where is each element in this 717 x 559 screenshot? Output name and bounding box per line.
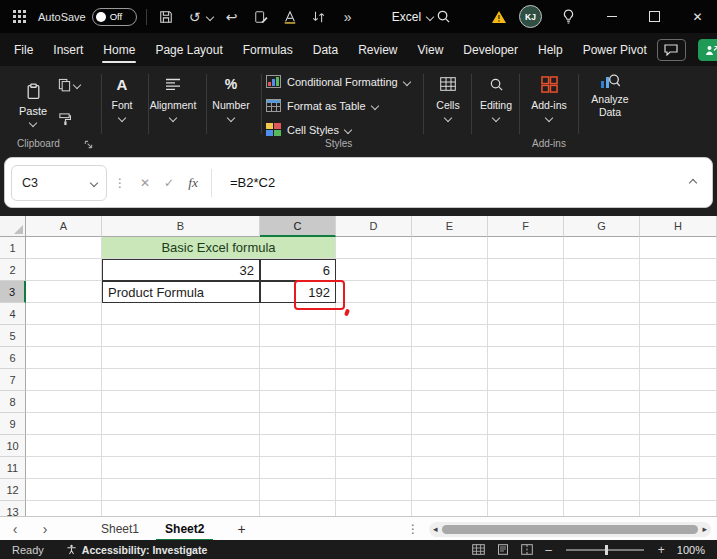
cell-E8[interactable] [412, 391, 488, 413]
cell-F3[interactable] [488, 281, 564, 303]
row-header-12[interactable]: 12 [0, 479, 26, 501]
cell-C3[interactable]: 192 [260, 281, 336, 303]
alignment-group-button[interactable]: Alignment [151, 73, 195, 131]
cell-A7[interactable] [26, 369, 102, 391]
scroll-right-icon[interactable]: ▸ [702, 524, 707, 534]
row-header-10[interactable]: 10 [0, 435, 26, 457]
cell-A10[interactable] [26, 435, 102, 457]
cell-D11[interactable] [336, 457, 412, 479]
cell-B13[interactable] [102, 501, 260, 516]
sheet-tab-sheet1[interactable]: Sheet1 [88, 517, 152, 541]
cell-H13[interactable] [640, 501, 717, 516]
row-header-8[interactable]: 8 [0, 391, 26, 413]
cell-A2[interactable] [26, 259, 102, 281]
next-sheet-button[interactable]: › [30, 521, 60, 537]
cell-H3[interactable] [640, 281, 717, 303]
analyze-data-button[interactable]: Analyze Data [582, 73, 638, 118]
cell-H11[interactable] [640, 457, 717, 479]
column-header-E[interactable]: E [412, 216, 488, 237]
tab-review[interactable]: Review [348, 33, 407, 66]
row-header-5[interactable]: 5 [0, 325, 26, 347]
cell-D12[interactable] [336, 479, 412, 501]
cell-C2[interactable]: 6 [260, 259, 336, 281]
app-title-menu[interactable]: Excel [392, 10, 433, 24]
cell-D1[interactable] [336, 237, 412, 259]
cell-H1[interactable] [640, 237, 717, 259]
cell-E13[interactable] [412, 501, 488, 516]
cell-F12[interactable] [488, 479, 564, 501]
cell-C6[interactable] [260, 347, 336, 369]
name-box[interactable]: C3 [11, 165, 107, 201]
cell-E11[interactable] [412, 457, 488, 479]
minimize-button[interactable] [590, 0, 633, 33]
cell-A1[interactable] [26, 237, 102, 259]
cell-H10[interactable] [640, 435, 717, 457]
cell-F5[interactable] [488, 325, 564, 347]
column-header-F[interactable]: F [488, 216, 564, 237]
cell-C9[interactable] [260, 413, 336, 435]
cell-A8[interactable] [26, 391, 102, 413]
lightbulb-icon[interactable] [558, 7, 578, 27]
cell-H7[interactable] [640, 369, 717, 391]
cell-D8[interactable] [336, 391, 412, 413]
formula-bar-dots-icon[interactable]: ⋮ [114, 176, 126, 190]
cell-F2[interactable] [488, 259, 564, 281]
cell-G6[interactable] [564, 347, 640, 369]
tab-insert[interactable]: Insert [43, 33, 93, 66]
cell-A5[interactable] [26, 325, 102, 347]
cell-G1[interactable] [564, 237, 640, 259]
format-painter-button[interactable] [58, 112, 71, 126]
cell-styles-button[interactable]: Cell Styles [266, 119, 410, 140]
cell-F10[interactable] [488, 435, 564, 457]
cell-H5[interactable] [640, 325, 717, 347]
close-button[interactable]: ✕ [676, 0, 717, 33]
cell-G12[interactable] [564, 479, 640, 501]
cell-B9[interactable] [102, 413, 260, 435]
formula-input[interactable]: =B2*C2 [230, 175, 275, 190]
qat-sort-icon[interactable] [309, 7, 329, 27]
insert-function-button[interactable]: fx [181, 175, 205, 191]
cell-G2[interactable] [564, 259, 640, 281]
warning-icon[interactable] [489, 7, 509, 27]
cells-group-button[interactable]: Cells [426, 73, 470, 131]
comments-button[interactable] [657, 39, 686, 61]
row-header-2[interactable]: 2 [0, 259, 26, 281]
zoom-out-button[interactable]: – [545, 543, 552, 557]
tab-page-layout[interactable]: Page Layout [145, 33, 232, 66]
column-header-H[interactable]: H [640, 216, 717, 237]
cell-D2[interactable] [336, 259, 412, 281]
cell-C13[interactable] [260, 501, 336, 516]
normal-view-button[interactable] [472, 544, 485, 555]
row-header-7[interactable]: 7 [0, 369, 26, 391]
redo-icon[interactable]: ↩ [222, 7, 242, 27]
cell-E6[interactable] [412, 347, 488, 369]
cell-E10[interactable] [412, 435, 488, 457]
new-sheet-button[interactable]: + [237, 521, 245, 537]
cell-B1[interactable]: Basic Excel formula [102, 237, 336, 259]
cell-D4[interactable] [336, 303, 412, 325]
cell-B12[interactable] [102, 479, 260, 501]
cell-A9[interactable] [26, 413, 102, 435]
cell-E4[interactable] [412, 303, 488, 325]
row-header-13[interactable]: 13 [0, 501, 26, 516]
cell-D10[interactable] [336, 435, 412, 457]
cell-D3[interactable] [336, 281, 412, 303]
cell-G11[interactable] [564, 457, 640, 479]
zoom-slider[interactable] [566, 549, 644, 551]
zoom-in-button[interactable]: + [658, 543, 665, 557]
cell-B3[interactable]: Product Formula [102, 281, 260, 303]
maximize-button[interactable] [633, 0, 676, 33]
cell-A12[interactable] [26, 479, 102, 501]
cell-F13[interactable] [488, 501, 564, 516]
column-header-G[interactable]: G [564, 216, 640, 237]
accessibility-status[interactable]: Accessibility: Investigate [66, 544, 207, 556]
cell-B7[interactable] [102, 369, 260, 391]
account-avatar[interactable]: KJ [519, 5, 542, 28]
copy-button[interactable] [58, 78, 80, 92]
cell-A6[interactable] [26, 347, 102, 369]
autosave-toggle[interactable]: AutoSave Off [38, 8, 137, 26]
collapse-formula-bar-icon[interactable] [689, 178, 697, 186]
cell-D9[interactable] [336, 413, 412, 435]
tab-view[interactable]: View [408, 33, 454, 66]
row-header-4[interactable]: 4 [0, 303, 26, 325]
